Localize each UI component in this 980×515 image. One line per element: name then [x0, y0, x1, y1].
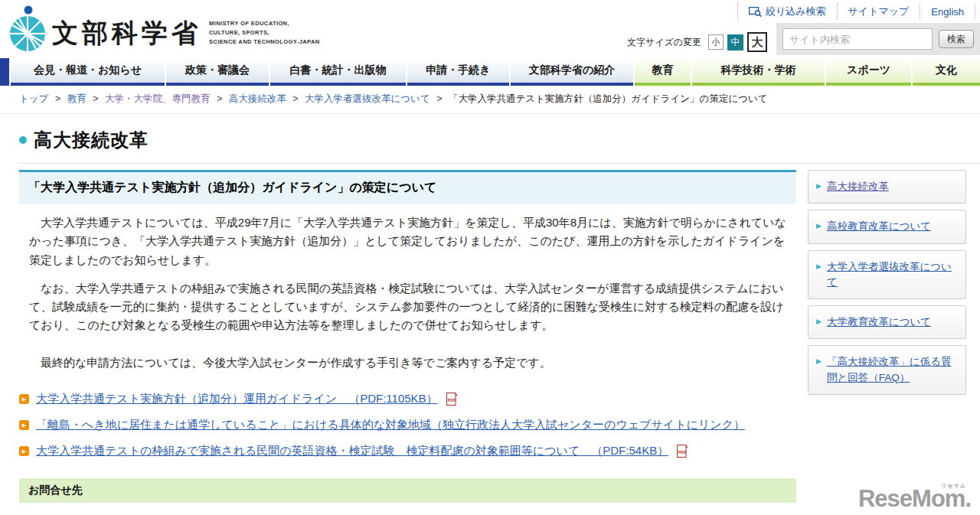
- breadcrumb-separator: >: [292, 93, 298, 104]
- breadcrumb-separator: >: [93, 93, 98, 104]
- sidebar-link-label: 高大接続改革: [827, 179, 889, 194]
- font-size-medium-button[interactable]: 中: [727, 34, 743, 51]
- font-size-small-button[interactable]: 小: [708, 34, 724, 50]
- guideline-pdf-link[interactable]: 大学入学共通テスト実施方針（追加分）運用ガイドライン （PDF:1105KB）: [36, 392, 438, 406]
- breadcrumb-university[interactable]: 大学・大学院、専門教育: [105, 93, 211, 104]
- paragraph: なお、大学入学共通テストの枠組みで実施される民間の英語資格・検定試験については、…: [29, 279, 786, 335]
- breadcrumb-separator: >: [55, 93, 60, 104]
- list-item: ▶ 大学入学共通テストの枠組みで実施される民間の英語資格・検定試験 検定料配慮の…: [19, 444, 786, 458]
- font-size-controls: 文字サイズの変更 小 中 大: [627, 32, 767, 52]
- arrow-bullet-icon: ▶: [19, 420, 29, 430]
- site-title-english: MINISTRY OF EDUCATION, CULTURE, SPORTS, …: [209, 19, 320, 47]
- document-link-list: ▶ 大学入学共通テスト実施方針（追加分）運用ガイドライン （PDF:1105KB…: [19, 392, 796, 458]
- sidebar-item-koudai-reform[interactable]: ▶ 高大接続改革: [808, 170, 966, 204]
- list-item: ▶ 「離島・へき地に居住または通学していること」における具体的な対象地域（独立行…: [19, 418, 786, 432]
- sidebar-link-label: 大学入学者選抜改革について: [827, 259, 958, 291]
- nav-item-application[interactable]: 申請・手続き: [407, 58, 509, 86]
- svg-text:PDF: PDF: [678, 450, 688, 455]
- contact-heading: お問合せ先: [19, 478, 796, 503]
- font-size-label: 文字サイズの変更: [627, 36, 701, 49]
- pdf-icon: PDF: [446, 393, 458, 406]
- arrow-bullet-icon: ▶: [19, 394, 29, 404]
- nav-item-press[interactable]: 会見・報道・お知らせ: [11, 58, 165, 86]
- watermark-text: ReseMom.: [858, 485, 971, 512]
- arrow-right-icon: ▶: [816, 318, 822, 325]
- nav-item-sports[interactable]: スポーツ: [826, 58, 911, 86]
- site-title: 文部科学省: [52, 16, 201, 51]
- mext-logo-icon: [9, 4, 46, 53]
- nav-item-education[interactable]: 教育: [635, 58, 691, 86]
- arrow-right-icon: ▶: [816, 357, 822, 365]
- site-header: 文部科学省 MINISTRY OF EDUCATION, CULTURE, SP…: [0, 0, 980, 58]
- section-title-row: 高大接続改革: [19, 128, 980, 164]
- breadcrumb-top[interactable]: トップ: [19, 93, 48, 104]
- site-search-panel: 検索: [776, 23, 980, 55]
- breadcrumb: トップ > 教育 > 大学・大学院、専門教育 > 高大接続改革 > 大学入学者選…: [0, 86, 980, 114]
- article-title: 「大学入学共通テスト実施方針（追加分）ガイドライン」の策定について: [19, 170, 796, 204]
- pdf-icon: PDF: [677, 445, 688, 458]
- site-logo[interactable]: 文部科学省 MINISTRY OF EDUCATION, CULTURE, SP…: [9, 4, 320, 53]
- paragraph: 最終的な申請方法については、今後大学入試センターが作成する手引き等でご案内する予…: [29, 354, 786, 372]
- nav-item-science[interactable]: 科学技術・学術: [692, 58, 825, 86]
- resemom-watermark: リセマム ReseMom.: [858, 483, 971, 510]
- article: 「大学入学共通テスト実施方針（追加分）ガイドライン」の策定について 大学入学共通…: [19, 170, 796, 515]
- breadcrumb-selection-reform[interactable]: 大学入学者選抜改革について: [305, 93, 430, 104]
- filter-search-icon: [749, 7, 762, 17]
- global-nav: 会見・報道・お知らせ 政策・審議会 白書・統計・出版物 申請・手続き 文部科学省…: [0, 58, 980, 86]
- main-area: 「大学入学共通テスト実施方針（追加分）ガイドライン」の策定について 大学入学共通…: [0, 164, 980, 515]
- related-links-sidebar: ▶ 高大接続改革 ▶ 高校教育改革について ▶ 大学入学者選抜改革について ▶ …: [808, 170, 966, 401]
- nav-item-whitepaper[interactable]: 白書・統計・出版物: [270, 58, 406, 86]
- sidebar-item-faq[interactable]: ▶ 「高大接続改革」に係る質問と回答（FAQ）: [808, 345, 966, 395]
- arrow-right-icon: ▶: [816, 182, 822, 190]
- nav-item-policy[interactable]: 政策・審議会: [166, 58, 269, 86]
- section-bullet-icon: [19, 136, 27, 144]
- sidebar-link-label: 高校教育改革について: [827, 219, 931, 234]
- font-size-large-button[interactable]: 大: [747, 32, 767, 52]
- remote-area-link[interactable]: 「離島・へき地に居住または通学していること」における具体的な対象地域（独立行政法…: [36, 418, 745, 432]
- list-item: ▶ 大学入学共通テスト実施方針（追加分）運用ガイドライン （PDF:1105KB…: [19, 392, 786, 406]
- nav-item-culture[interactable]: 文化: [913, 58, 980, 86]
- utility-nav: 絞り込み検索 サイトマップ English: [737, 3, 975, 20]
- exam-fee-pdf-link[interactable]: 大学入学共通テストの枠組みで実施される民間の英語資格・検定試験 検定料配慮の対象…: [36, 444, 668, 458]
- paragraph: 大学入学共通テストについては、平成29年7月に「大学入学共通テスト実施方針」を策…: [29, 213, 786, 269]
- arrow-bullet-icon: ▶: [19, 446, 29, 456]
- nav-item-about[interactable]: 文部科学省の紹介: [511, 58, 633, 86]
- search-button[interactable]: 検索: [939, 30, 974, 48]
- sidebar-link-label: 大学教育改革について: [827, 315, 931, 330]
- article-body: 大学入学共通テストについては、平成29年7月に「大学入学共通テスト実施方針」を策…: [19, 213, 796, 372]
- sidebar-item-university-reform[interactable]: ▶ 大学教育改革について: [808, 305, 966, 339]
- breadcrumb-koudai-reform[interactable]: 高大接続改革: [229, 93, 286, 104]
- arrow-right-icon: ▶: [816, 222, 822, 230]
- sidebar-item-selection-reform[interactable]: ▶ 大学入学者選抜改革について: [808, 250, 966, 300]
- english-link[interactable]: English: [920, 5, 975, 19]
- advanced-search-link[interactable]: 絞り込み検索: [737, 3, 837, 20]
- sidebar-link-label: 「高大接続改革」に係る質問と回答（FAQ）: [827, 354, 958, 386]
- arrow-right-icon: ▶: [816, 262, 822, 270]
- page-title: 高大接続改革: [34, 128, 149, 152]
- breadcrumb-separator: >: [436, 93, 442, 104]
- sitemap-link[interactable]: サイトマップ: [837, 3, 920, 20]
- svg-text:PDF: PDF: [447, 398, 456, 403]
- breadcrumb-separator: >: [217, 93, 222, 104]
- breadcrumb-current-page: 「大学入学共通テスト実施方針（追加分）ガイドライン」の策定について: [449, 93, 768, 104]
- nav-left-stub: [0, 58, 9, 86]
- search-input[interactable]: [782, 28, 933, 50]
- breadcrumb-education[interactable]: 教育: [67, 93, 87, 104]
- sidebar-item-highschool-reform[interactable]: ▶ 高校教育改革について: [808, 210, 966, 243]
